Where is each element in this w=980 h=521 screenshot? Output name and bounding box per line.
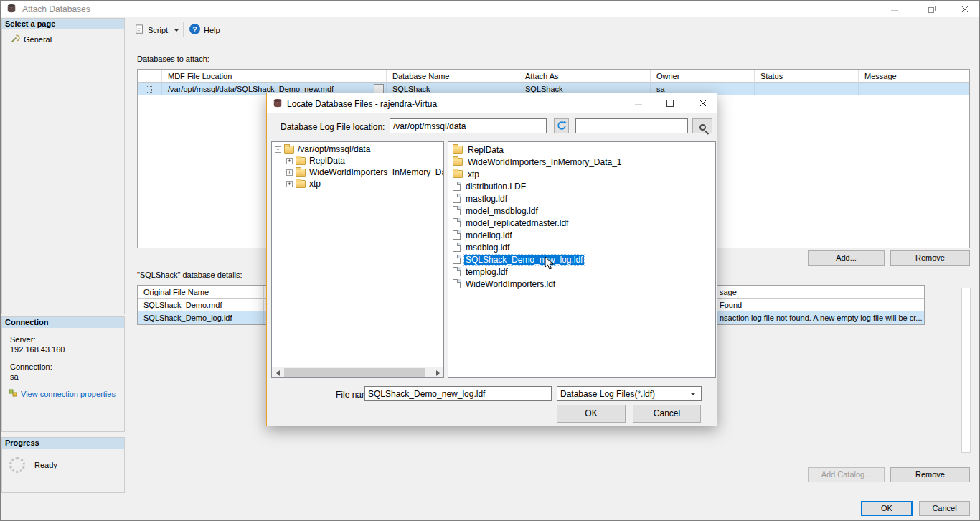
progress-status: Ready [34,461,57,469]
tree-item[interactable]: + WideWorldImporters_InMemory_Data_ [272,166,443,178]
select-page-panel: Select a page General [1,18,125,314]
remove-catalog-button[interactable]: Remove [890,467,970,482]
refresh-button[interactable] [554,118,569,133]
add-button[interactable]: Add... [808,250,885,266]
column-header-owner[interactable]: Owner [651,70,755,83]
connection-properties-icon [9,388,18,399]
file-icon [453,267,461,276]
file-name: model_replicatedmaster.ldf [464,218,570,228]
help-icon[interactable]: ? [189,24,200,34]
file-name: msdblog.ldf [464,243,511,253]
details-scrollbar[interactable] [961,288,971,453]
file-name: xtp [466,169,481,179]
column-header-original-file-name[interactable]: Original File Name [138,286,264,299]
file-list-item[interactable]: model_msdblog.ldf [448,205,715,217]
file-list-item[interactable]: model_replicatedmaster.ldf [448,217,715,229]
file-list-item[interactable]: mastlog.ldf [448,192,715,205]
file-list-item[interactable]: modellog.ldf [448,229,715,241]
dialog-close-button[interactable] [696,99,710,109]
dialog-ok-button[interactable]: OK [557,405,626,423]
file-list-item[interactable]: ReplData [448,144,715,156]
ok-button[interactable]: OK [861,501,913,516]
scroll-right-icon[interactable] [432,367,443,378]
file-name: WideWorldImporters.ldf [464,279,557,289]
column-header-status[interactable]: Status [755,70,859,83]
column-header-database-name[interactable]: Database Name [387,70,519,83]
file-list-item[interactable]: templog.ldf [448,266,715,278]
main-titlebar: Attach Databases [1,1,979,17]
file-list-item[interactable]: msdblog.ldf [448,241,715,253]
sidebar-item-general[interactable]: General [2,29,124,44]
cell-message-fragment[interactable]: nsaction log file not found. A new empty… [694,311,924,324]
scrollbar-thumb[interactable] [284,368,425,377]
progress-header: Progress [2,438,124,449]
collapse-icon[interactable]: - [275,146,281,153]
expand-icon[interactable]: + [286,181,293,187]
expand-icon[interactable]: + [286,158,293,164]
file-list-item[interactable]: xtp [448,168,715,180]
file-name: templog.ldf [464,267,509,277]
column-header-attach-as[interactable]: Attach As [519,70,651,83]
server-label: Server: [2,328,124,344]
attach-databases-window: Attach Databases Select a page General C… [0,0,980,521]
search-input[interactable] [575,118,688,133]
column-header-mdf-file-location[interactable]: MDF File Location [162,70,387,83]
script-button[interactable]: Script [148,26,168,34]
view-connection-properties[interactable]: View connection properties [2,381,124,399]
database-details-label: "SQLShack" database details: [137,271,242,279]
column-header-message-fragment[interactable]: sage [694,286,924,299]
close-button[interactable] [958,5,972,15]
folder-icon [296,169,306,177]
folder-tree: - /var/opt/mssql/data + ReplData + WideW… [271,141,444,378]
wrench-icon [11,34,20,44]
tree-item-root[interactable]: - /var/opt/mssql/data [272,144,443,155]
tree-item[interactable]: + ReplData [272,155,443,166]
tree-item-label[interactable]: WideWorldImporters_InMemory_Data_ [309,167,444,177]
expand-icon[interactable]: + [286,169,293,176]
attach-table-header-row: MDF File Location Database Name Attach A… [138,70,969,83]
file-list-item[interactable]: distribution.LDF [448,180,715,192]
search-button[interactable] [692,118,712,133]
cell-message[interactable] [859,83,969,95]
file-name: distribution.LDF [464,182,527,192]
restore-button[interactable] [925,5,939,15]
file-name-input[interactable] [364,386,552,401]
window-title: Attach Databases [22,4,90,14]
file-list-item-selected[interactable]: SQLShack_Demo_new_log.ldf [448,253,715,266]
minimize-button[interactable] [887,5,902,15]
tree-item-label[interactable]: ReplData [309,156,345,166]
cancel-button[interactable]: Cancel [919,501,970,516]
select-page-header: Select a page [2,19,124,29]
locate-database-files-dialog: Locate Database Files - rajendra-Virtua … [266,93,717,426]
tree-item-label[interactable]: /var/opt/mssql/data [298,144,370,154]
cell-status[interactable] [755,83,859,95]
column-header-message[interactable]: Message [859,70,969,83]
dialog-cancel-button[interactable]: Cancel [633,405,701,423]
tree-item-label[interactable]: xtp [309,179,321,189]
row-selector-header [138,70,162,83]
dialog-maximize-button[interactable] [663,99,677,109]
remove-button[interactable]: Remove [890,250,970,266]
tree-item[interactable]: + xtp [272,178,443,189]
view-connection-properties-link[interactable]: View connection properties [21,390,116,398]
database-icon [273,98,283,110]
cell-message-fragment[interactable]: Found [694,299,924,311]
file-name: SQLShack_Demo_new_log.ldf [464,255,584,265]
dialog-minimize-button[interactable] [631,99,646,109]
tree-horizontal-scrollbar[interactable] [272,367,443,377]
help-button[interactable]: Help [204,26,220,34]
file-icon [453,206,461,215]
row-selector-cell[interactable] [138,83,162,95]
scroll-left-icon[interactable] [272,367,283,378]
cell-original-file-name[interactable]: SQLShack_Demo.mdf [138,299,264,311]
file-name: modellog.ldf [464,230,514,240]
folder-icon [296,180,306,188]
script-dropdown-icon[interactable] [174,29,179,32]
file-list: ReplData WideWorldImporters_InMemory_Dat… [448,141,716,378]
file-type-select[interactable]: Database Log Files(*.ldf) [557,386,702,401]
file-list-item[interactable]: WideWorldImporters.ldf [448,278,715,290]
file-list-item[interactable]: WideWorldImporters_InMemory_Data_1 [448,156,715,168]
cell-original-file-name[interactable]: SQLShack_Demo_log.ldf [138,311,264,324]
mouse-cursor [545,256,555,272]
location-input[interactable] [390,118,547,133]
